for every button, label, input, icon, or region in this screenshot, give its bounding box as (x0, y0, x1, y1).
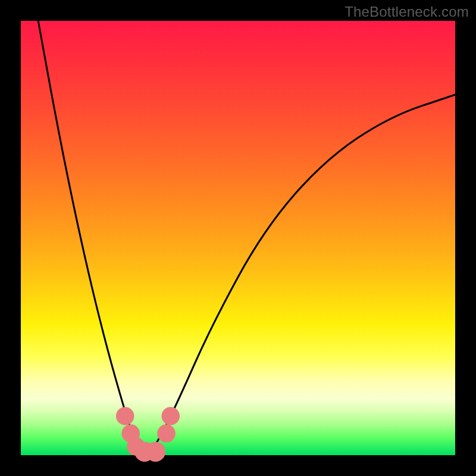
curve-line (38, 21, 455, 451)
curve-marker (157, 424, 176, 443)
chart-frame: TheBottleneck.com (0, 0, 476, 476)
curve-marker (116, 407, 134, 425)
chart-svg (21, 21, 455, 455)
plot-area (21, 21, 455, 455)
curve-marker (146, 441, 166, 462)
curve-marker (162, 407, 180, 425)
watermark-text: TheBottleneck.com (345, 4, 469, 20)
marker-group (116, 407, 180, 462)
